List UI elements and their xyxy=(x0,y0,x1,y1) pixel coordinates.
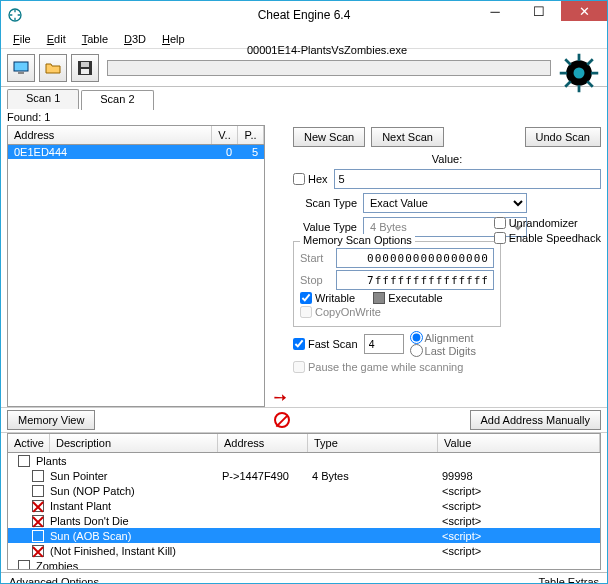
new-scan-button[interactable]: New Scan xyxy=(293,127,365,147)
next-scan-button[interactable]: Next Scan xyxy=(371,127,444,147)
tab-scan-2[interactable]: Scan 2 xyxy=(81,90,153,110)
row-value: <script> xyxy=(442,500,600,512)
mem-opts-legend: Memory Scan Options xyxy=(300,234,415,246)
col-value2[interactable]: Value xyxy=(438,434,600,452)
unrandomizer-checkbox[interactable] xyxy=(494,217,506,229)
fast-scan-label: Fast Scan xyxy=(308,338,358,350)
active-checkbox[interactable] xyxy=(32,500,44,512)
table-row[interactable]: Sun PointerP->1447F4904 Bytes99998 xyxy=(8,468,600,483)
active-checkbox[interactable] xyxy=(32,545,44,557)
alignment-label: Alignment xyxy=(425,332,474,344)
stop-input[interactable] xyxy=(336,270,494,290)
folder-open-icon xyxy=(45,60,61,76)
address-table[interactable]: PlantsSun PointerP->1447F4904 Bytes99998… xyxy=(7,452,601,570)
active-checkbox[interactable] xyxy=(18,560,30,571)
svg-rect-5 xyxy=(81,69,89,74)
tab-scan-1[interactable]: Scan 1 xyxy=(7,89,79,109)
row-description: Sun Pointer xyxy=(48,470,222,482)
col-type[interactable]: Type xyxy=(308,434,438,452)
monitor-icon xyxy=(13,60,29,76)
row-description: Instant Plant xyxy=(48,500,222,512)
svg-rect-4 xyxy=(81,62,89,67)
stop-label: Stop xyxy=(300,274,330,286)
executable-label: Executable xyxy=(388,292,442,304)
writable-label: Writable xyxy=(315,292,355,304)
row-description: (Not Finished, Instant Kill) xyxy=(48,545,222,557)
col-previous[interactable]: P.. xyxy=(238,126,264,144)
row-value: 99998 xyxy=(442,470,600,482)
row-value: <script> xyxy=(442,545,600,557)
start-label: Start xyxy=(300,252,330,264)
table-row[interactable]: Sun (AOB Scan)<script> xyxy=(8,528,600,543)
row-description: Zombies xyxy=(34,560,222,571)
start-input[interactable] xyxy=(336,248,494,268)
table-row[interactable]: Plants xyxy=(8,453,600,468)
active-checkbox[interactable] xyxy=(32,515,44,527)
memory-view-button[interactable]: Memory View xyxy=(7,410,95,430)
active-checkbox[interactable] xyxy=(32,485,44,497)
maximize-button[interactable]: ☐ xyxy=(517,1,561,21)
value-input[interactable] xyxy=(334,169,601,189)
row-description: Sun (NOP Patch) xyxy=(48,485,222,497)
table-row[interactable]: Plants Don't Die<script> xyxy=(8,513,600,528)
menu-edit[interactable]: Edit xyxy=(41,31,72,47)
hex-checkbox[interactable] xyxy=(293,173,305,185)
value-label: Value: xyxy=(293,153,601,165)
open-file-button[interactable] xyxy=(39,54,67,82)
value-type-label: Value Type xyxy=(293,221,357,233)
row-value: <script> xyxy=(442,515,600,527)
col-address[interactable]: Address xyxy=(8,126,212,144)
row-value: <script> xyxy=(442,530,600,542)
close-button[interactable]: ✕ xyxy=(561,1,607,21)
advanced-options[interactable]: Advanced Options xyxy=(9,576,99,584)
pause-label: Pause the game while scanning xyxy=(308,361,463,373)
minimize-button[interactable]: ─ xyxy=(473,1,517,21)
row-value: <script> xyxy=(442,485,600,497)
found-count: Found: 1 xyxy=(1,109,607,125)
svg-rect-2 xyxy=(18,72,24,74)
table-row[interactable]: (Not Finished, Instant Kill)<script> xyxy=(8,543,600,558)
save-button[interactable] xyxy=(71,54,99,82)
clear-list-icon[interactable] xyxy=(274,412,290,428)
executable-checkbox[interactable] xyxy=(373,292,385,304)
scan-type-select[interactable]: Exact Value xyxy=(363,193,527,213)
process-name: 00001E14-PlantsVsZombies.exe xyxy=(103,44,551,56)
active-checkbox[interactable] xyxy=(32,530,44,542)
alignment-radio[interactable] xyxy=(410,331,423,344)
table-extras[interactable]: Table Extras xyxy=(538,576,599,584)
table-row[interactable]: Instant Plant<script> xyxy=(8,498,600,513)
svg-rect-1 xyxy=(14,62,28,71)
undo-scan-button[interactable]: Undo Scan xyxy=(525,127,601,147)
open-process-button[interactable] xyxy=(7,54,35,82)
row-description: Plants Don't Die xyxy=(48,515,222,527)
fast-scan-checkbox[interactable] xyxy=(293,338,305,350)
speedhack-label: Enable Speedhack xyxy=(509,232,601,244)
active-checkbox[interactable] xyxy=(18,455,30,467)
result-previous: 5 xyxy=(238,145,264,159)
col-description[interactable]: Description xyxy=(50,434,218,452)
active-checkbox[interactable] xyxy=(32,470,44,482)
add-address-manually-button[interactable]: Add Address Manually xyxy=(470,410,601,430)
result-value: 0 xyxy=(212,145,238,159)
speedhack-checkbox[interactable] xyxy=(494,232,506,244)
cow-checkbox xyxy=(300,306,312,318)
add-to-list-arrow-icon[interactable]: ➘ xyxy=(268,386,291,409)
last-digits-radio[interactable] xyxy=(410,344,423,357)
cheat-engine-logo-icon[interactable] xyxy=(557,51,601,95)
table-row[interactable]: Sun (NOP Patch)<script> xyxy=(8,483,600,498)
fast-scan-value[interactable] xyxy=(364,334,404,354)
result-address: 0E1ED444 xyxy=(8,145,212,159)
col-active[interactable]: Active xyxy=(8,434,50,452)
progress-bar xyxy=(107,60,551,76)
writable-checkbox[interactable] xyxy=(300,292,312,304)
row-description: Plants xyxy=(34,455,222,467)
floppy-icon xyxy=(77,60,93,76)
col-value[interactable]: V.. xyxy=(212,126,238,144)
svg-point-7 xyxy=(574,68,585,79)
result-list[interactable]: 0E1ED444 0 5 xyxy=(7,144,265,407)
menu-file[interactable]: File xyxy=(7,31,37,47)
col-address2[interactable]: Address xyxy=(218,434,308,452)
pause-checkbox xyxy=(293,361,305,373)
result-row[interactable]: 0E1ED444 0 5 xyxy=(8,145,264,159)
table-row[interactable]: Zombies xyxy=(8,558,600,570)
